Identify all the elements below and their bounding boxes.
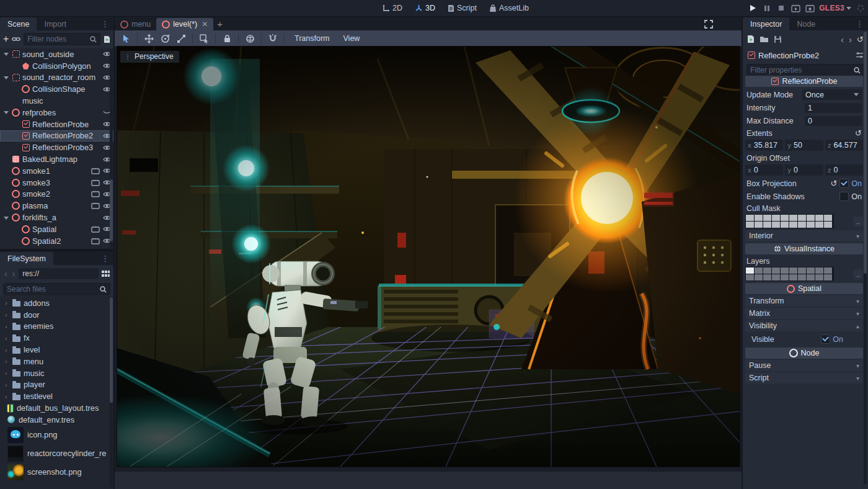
layer-bit[interactable] (772, 267, 780, 274)
cull-mask-bit[interactable] (798, 222, 806, 228)
workspace-assetlib[interactable]: AssetLib (484, 4, 534, 12)
tree-row[interactable]: sound_outside (0, 48, 113, 60)
folder-row[interactable]: › menu (0, 356, 113, 367)
scene-tree-scrollbar[interactable] (110, 49, 113, 248)
expand-arrow[interactable]: › (5, 334, 9, 342)
group-icon[interactable] (91, 202, 100, 209)
tree-row[interactable]: CollisionPolygon (0, 60, 113, 72)
cull-mask-bit[interactable] (772, 222, 780, 228)
workspace-script[interactable]: Script (443, 4, 482, 12)
folder-row[interactable]: › fx (0, 332, 113, 344)
cull-mask-bit[interactable] (824, 222, 832, 228)
cull-mask-bit[interactable] (824, 215, 832, 221)
perspective-menu[interactable]: ⋮ Perspective (120, 51, 179, 63)
layer-bit[interactable] (755, 267, 763, 274)
split-mode-icon[interactable] (101, 270, 110, 277)
tree-row[interactable]: Spatial2 (0, 235, 113, 247)
nav-forward-button[interactable]: › (11, 269, 17, 278)
extents-x-field[interactable]: x35.817 (745, 140, 783, 151)
workspace-3d[interactable]: 3D (410, 4, 440, 12)
cull-mask-bit[interactable] (789, 215, 797, 221)
cull-mask-bit[interactable] (755, 215, 763, 221)
cull-mask-bit[interactable] (763, 215, 771, 221)
layer-bit[interactable] (789, 267, 797, 274)
group-transform[interactable]: Transform▾ (745, 295, 863, 307)
add-node-button[interactable]: + (3, 34, 9, 44)
save-resource-icon[interactable] (774, 35, 782, 43)
file-row[interactable]: default_env.tres (0, 414, 113, 426)
dock-menu-icon[interactable]: ⋮ (101, 19, 113, 30)
layer-bit[interactable] (772, 274, 780, 280)
cull-mask-bit[interactable] (746, 215, 754, 221)
tree-row[interactable]: ReflectionProbe2 (0, 130, 113, 142)
section-visualinstance[interactable]: VisualInstance (745, 243, 863, 254)
tab-filesystem[interactable]: FileSystem (0, 252, 53, 265)
origin-z-field[interactable]: z0 (825, 164, 863, 176)
tree-row[interactable]: smoke2 (0, 189, 113, 200)
layer-bit[interactable] (781, 267, 789, 274)
workspace-2d[interactable]: 2D (377, 4, 407, 12)
cull-mask-bit[interactable] (755, 222, 763, 228)
origin-x-field[interactable]: x0 (745, 164, 783, 176)
new-scene-tab-button[interactable]: + (213, 19, 228, 30)
tree-row[interactable]: plasma (0, 200, 113, 212)
stop-button[interactable] (776, 3, 786, 13)
tab-import[interactable]: Import (37, 17, 73, 30)
file-list-scrollbar[interactable] (110, 297, 113, 487)
close-icon[interactable]: ✕ (202, 20, 208, 29)
layer-bit[interactable] (781, 274, 789, 280)
file-row[interactable]: icon.png (0, 426, 113, 444)
tree-row[interactable]: smoke3 (0, 177, 113, 189)
section-node[interactable]: Node (745, 348, 863, 359)
cull-mask-bit[interactable] (807, 215, 815, 221)
tree-row[interactable]: CollisionShape (0, 83, 113, 95)
instance-scene-button[interactable] (12, 36, 20, 42)
extra-options-icon[interactable] (856, 52, 864, 59)
layer-bit[interactable] (807, 267, 815, 274)
grid-more-button[interactable]: .. (853, 217, 863, 227)
file-row[interactable]: default_bus_layout.tres (0, 402, 113, 414)
search-files-input[interactable]: Search files (3, 283, 110, 295)
play-custom-scene-button[interactable] (805, 3, 815, 13)
cull-mask-bit[interactable] (798, 215, 806, 221)
group-icon[interactable] (91, 179, 100, 186)
cull-mask-bit[interactable] (772, 215, 780, 221)
3d-viewport[interactable]: ⋮ Perspective (117, 47, 740, 467)
layer-bit[interactable] (824, 267, 832, 274)
layer-bit[interactable] (815, 274, 823, 280)
folder-row[interactable]: › level (0, 344, 113, 356)
layer-bit[interactable] (815, 267, 823, 274)
tree-row[interactable]: Spatial (0, 223, 113, 235)
update-mode-dropdown[interactable]: Once (802, 89, 862, 100)
group-interior[interactable]: Interior▾ (745, 230, 863, 241)
folder-row[interactable]: › door (0, 309, 113, 321)
dock-menu-icon[interactable]: ⋮ (101, 254, 113, 265)
object-history-icon[interactable]: ↺ (857, 35, 864, 43)
expand-arrow[interactable] (4, 76, 9, 79)
file-row[interactable]: screenshot.png (0, 463, 113, 482)
history-back-icon[interactable]: ‹ (841, 35, 844, 44)
expand-arrow[interactable]: › (5, 311, 9, 318)
cull-mask-bit[interactable] (807, 222, 815, 228)
folder-row[interactable]: › testlevel (0, 390, 113, 402)
snap-icon[interactable] (265, 32, 280, 45)
layer-bit[interactable] (798, 274, 806, 280)
list-select-tool[interactable] (197, 32, 211, 45)
origin-y-field[interactable]: y0 (785, 164, 823, 176)
group-matrix[interactable]: Matrix▾ (745, 308, 863, 319)
expand-arrow[interactable]: › (5, 299, 9, 307)
revert-icon[interactable]: ↺ (830, 179, 837, 187)
tree-row[interactable]: ReflectionProbe3 (0, 141, 113, 153)
revert-icon[interactable]: ↺ (855, 129, 862, 137)
cull-mask-bit[interactable] (746, 222, 754, 228)
transform-menu[interactable]: Transform (288, 34, 336, 43)
group-visibility[interactable]: Visibility▴ (745, 320, 863, 331)
tree-row[interactable]: music (0, 95, 113, 107)
layer-bit[interactable] (763, 267, 771, 274)
layer-bit[interactable] (824, 274, 832, 280)
expand-arrow[interactable]: › (5, 393, 9, 400)
section-spatial[interactable]: Spatial (745, 283, 863, 294)
layer-bit[interactable] (798, 267, 806, 274)
tree-row[interactable]: forklifts_a (0, 212, 113, 223)
layer-bit[interactable] (755, 274, 763, 280)
